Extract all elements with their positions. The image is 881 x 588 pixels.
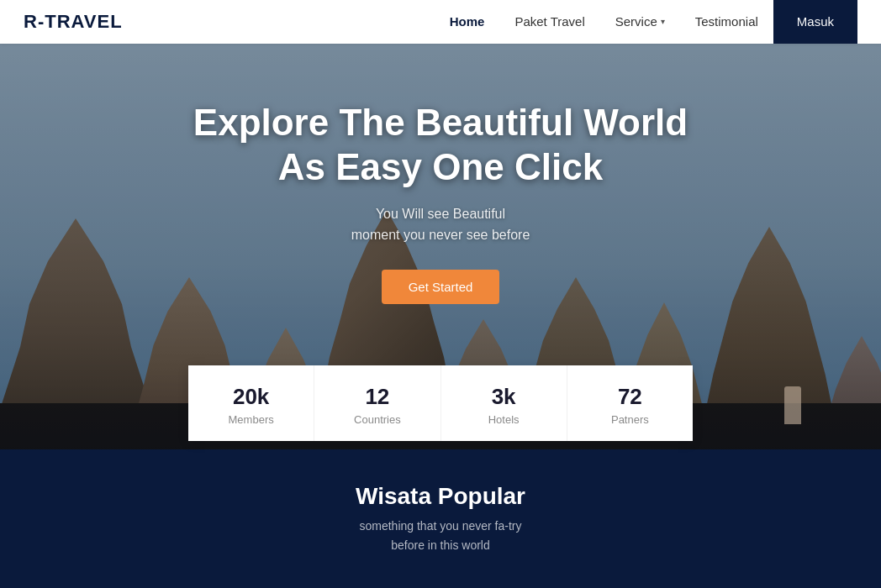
stats-bar: 20k Members 12 Countries 3k Hotels 72 Pa… (188, 365, 693, 441)
chevron-down-icon: ▾ (661, 0, 665, 44)
popular-subtitle: something that you never fa-try before i… (360, 517, 522, 554)
person-silhouette (784, 386, 801, 424)
stat-countries-label: Countries (328, 413, 426, 426)
stat-hotels-number: 3k (455, 384, 553, 410)
stat-hotels-label: Hotels (455, 413, 553, 426)
stat-countries: 12 Countries (314, 365, 440, 441)
hero-subtitle: You Will see Beautiful moment you never … (0, 203, 881, 246)
popular-section: Wisata Popular something that you never … (0, 449, 881, 588)
hero-content: Explore The Beautiful World As Easy One … (0, 101, 881, 304)
masuk-button[interactable]: Masuk (773, 0, 857, 44)
stat-patners-label: Patners (581, 413, 679, 426)
popular-title: Wisata Popular (356, 483, 525, 510)
nav-paket-travel[interactable]: Paket Travel (499, 0, 599, 44)
stat-hotels: 3k Hotels (441, 365, 567, 441)
nav-service[interactable]: Service ▾ (600, 0, 680, 44)
navbar: R-TRAVEL Home Paket Travel Service ▾ Tes… (0, 0, 881, 44)
nav-testimonial[interactable]: Testimonial (680, 0, 773, 44)
stat-countries-number: 12 (328, 384, 426, 410)
stat-patners-number: 72 (581, 384, 679, 410)
hero-title: Explore The Beautiful World As Easy One … (0, 101, 881, 190)
stat-members: 20k Members (188, 365, 314, 441)
stat-members-label: Members (202, 413, 300, 426)
nav-links: Home Paket Travel Service ▾ Testimonial … (435, 0, 857, 44)
nav-home[interactable]: Home (435, 0, 500, 44)
stat-patners: 72 Patners (567, 365, 693, 441)
stat-members-number: 20k (202, 384, 300, 410)
get-started-button[interactable]: Get Started (382, 270, 500, 304)
brand-logo[interactable]: R-TRAVEL (24, 11, 123, 33)
